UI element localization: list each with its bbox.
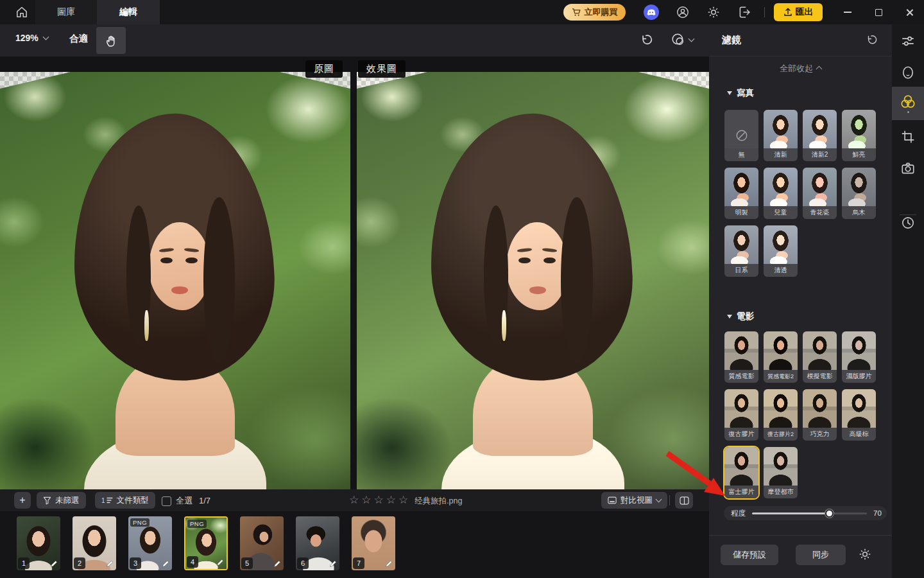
filter-tile[interactable]: 復古膠片 [724, 389, 758, 441]
thumbnail-7[interactable]: 7 [352, 516, 395, 570]
photo-art-shape [159, 248, 174, 253]
tab-edit[interactable]: 編輯 [97, 0, 160, 24]
gear-icon [858, 547, 872, 561]
maximize-button[interactable] [869, 5, 888, 19]
filter-tile[interactable]: 清新 [764, 110, 798, 161]
export-button[interactable]: 匯出 [774, 3, 823, 21]
compare-view-label: 對比視圖 [620, 495, 653, 506]
account-button[interactable] [675, 4, 690, 20]
pencil-icon[interactable] [329, 559, 338, 568]
filter-tile[interactable]: 清透 [764, 225, 798, 277]
settings-button[interactable] [706, 4, 721, 20]
rating-stars: ☆ ☆ ☆ ☆ ☆ [349, 493, 408, 507]
effect-image[interactable] [357, 72, 709, 489]
portrait-tool[interactable] [892, 58, 924, 87]
reset-icon [865, 33, 878, 46]
thumbnail-4-selected[interactable]: PNG 4 [184, 516, 228, 570]
filter-tile[interactable]: 模擬電影 [803, 331, 837, 383]
sort-icon: 1 [101, 496, 113, 504]
camera-tool[interactable] [892, 154, 924, 182]
intensity-slider-track[interactable] [752, 512, 867, 514]
filter-tile[interactable]: 明製 [724, 168, 758, 219]
photo-art-shape [185, 258, 198, 264]
history-tool[interactable] [892, 209, 924, 237]
filter-tile[interactable]: 清新2 [803, 110, 837, 161]
sync-button[interactable]: 同步 [796, 545, 846, 565]
thumbnail-3[interactable]: PNG 3 [128, 516, 172, 570]
panel-settings-button[interactable] [858, 547, 872, 561]
filter-unfiltered-button[interactable]: 未篩選 [37, 492, 86, 509]
pencil-icon[interactable] [384, 559, 393, 568]
fit-button[interactable]: 合適 [69, 33, 88, 45]
thumbnail-number: 4 [187, 556, 198, 568]
compare-view-control[interactable] [671, 33, 694, 47]
thumbnail-number: 7 [353, 557, 364, 569]
buy-now-button[interactable]: 立即購買 [563, 4, 626, 21]
pencil-icon[interactable] [105, 559, 114, 568]
filter-label: 烏木 [842, 206, 876, 219]
photo-art-shape [561, 197, 592, 364]
discord-button[interactable] [644, 4, 659, 20]
filter-tile-none[interactable]: 無 [724, 110, 758, 161]
undo-button[interactable] [639, 33, 653, 47]
select-all-control[interactable]: 全選 [162, 495, 193, 507]
filter-tile[interactable]: 質感電影 [724, 331, 758, 383]
adjustments-tool[interactable] [892, 27, 924, 55]
intensity-slider-handle[interactable] [825, 509, 834, 518]
thumbnail-5[interactable]: 5 [240, 516, 284, 570]
checkbox-icon[interactable] [162, 496, 171, 506]
face-icon [900, 65, 916, 80]
filetype-sort-button[interactable]: 1 文件類型 [95, 492, 155, 509]
close-button[interactable] [900, 5, 919, 19]
filter-tile[interactable]: 復古膠片2 [764, 389, 798, 441]
original-image[interactable] [0, 72, 350, 489]
split-view-button[interactable] [675, 492, 693, 509]
thumbnail-1[interactable]: 1 [17, 516, 60, 570]
star-icon[interactable]: ☆ [398, 493, 408, 507]
buy-now-label: 立即購買 [585, 6, 618, 18]
exit-button[interactable] [737, 4, 752, 20]
pencil-icon[interactable] [49, 559, 58, 568]
filter-tile[interactable]: 高級棕 [842, 389, 876, 441]
filter-tile[interactable]: 青花瓷 [803, 168, 837, 219]
filter-tile[interactable]: 摩登都市 [764, 447, 798, 498]
reset-filters-button[interactable] [865, 33, 878, 46]
zoom-level-select[interactable]: 129% [15, 33, 48, 43]
crop-tool[interactable] [892, 123, 924, 151]
filter-label: 濕版膠片 [842, 370, 876, 383]
filter-tile-selected[interactable]: 富士膠片 [724, 447, 758, 498]
star-icon[interactable]: ☆ [349, 493, 359, 507]
filter-tile[interactable]: 日系 [724, 225, 758, 277]
thumbnail-6[interactable]: 6 [296, 516, 339, 570]
home-button[interactable] [9, 3, 35, 22]
filter-tile[interactable]: 兒童 [764, 168, 798, 219]
compare-view-button[interactable]: 對比視圖 [601, 492, 667, 509]
thumbnail-2[interactable]: 2 [73, 516, 116, 570]
filter-label: 質感電影2 [764, 370, 798, 383]
filter-thumbnail [842, 168, 876, 206]
star-icon[interactable]: ☆ [361, 493, 371, 507]
filter-tile[interactable]: 質感電影2 [764, 331, 798, 383]
star-icon[interactable]: ☆ [386, 493, 396, 507]
minimize-button[interactable] [838, 5, 857, 19]
add-image-button[interactable]: + [14, 492, 31, 509]
statusbar-separator [669, 495, 670, 505]
hand-tool-button[interactable] [96, 27, 126, 54]
tab-gallery[interactable]: 圖庫 [35, 0, 97, 24]
pencil-icon[interactable] [273, 559, 282, 568]
section-film[interactable]: 電影 [727, 311, 754, 322]
save-preset-button[interactable]: 儲存預設 [721, 545, 778, 565]
titlebar-separator [764, 7, 765, 17]
section-portrait[interactable]: 寫真 [727, 87, 754, 99]
pencil-icon[interactable] [216, 558, 225, 567]
collapse-all-button[interactable]: 全部收起 [709, 63, 892, 74]
filter-tile[interactable]: 鮮亮 [842, 110, 876, 161]
filter-tile[interactable]: 烏木 [842, 168, 876, 219]
filter-tile[interactable]: 濕版膠片 [842, 331, 876, 383]
filters-tool-active[interactable] [892, 87, 924, 120]
pencil-icon[interactable] [161, 559, 170, 568]
filter-tile[interactable]: 巧克力 [803, 389, 837, 441]
star-icon[interactable]: ☆ [374, 493, 384, 507]
filter-thumbnail [724, 389, 758, 428]
portrait-filter-grid: 無 清新 清新2 鮮亮 明製 兒童 青花瓷 烏木 日系 清透 [724, 110, 885, 277]
